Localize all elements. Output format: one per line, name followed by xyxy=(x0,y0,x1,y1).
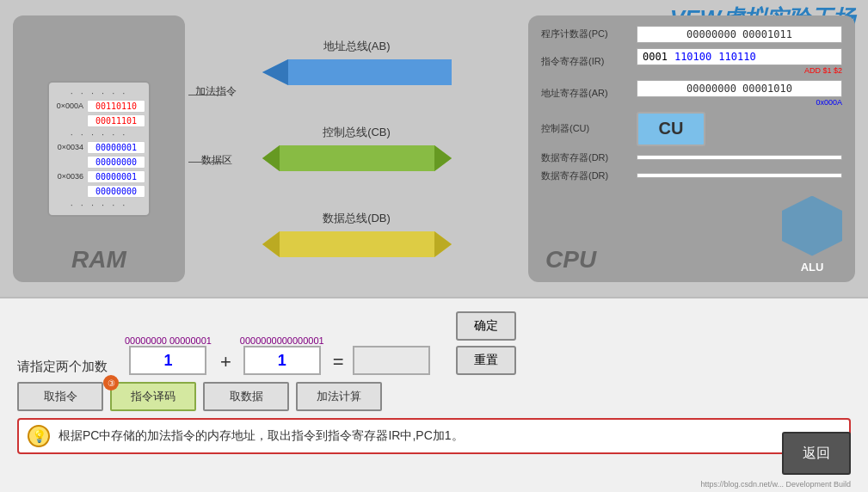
binary2-hint: 0000000000000001 xyxy=(240,335,324,346)
ram-row-000a: 0×000A 00110110 xyxy=(52,100,145,113)
ram-chip: · · · · · · 0×000A 00110110 00011101 · ·… xyxy=(47,81,151,217)
reset-button[interactable]: 重置 xyxy=(456,346,516,375)
status-text: 根据PC中存储的加法指令的内存地址，取出指令到指令寄存器IR中,PC加1。 xyxy=(58,428,464,444)
ir-name: 指令寄存器(IR) xyxy=(541,55,631,68)
cu-row: 控制器(CU) CU xyxy=(541,112,842,146)
dr2-value xyxy=(637,173,842,178)
ram-row-0036: 0×0036 00000001 xyxy=(52,170,145,183)
pc-name: 程序计数器(PC) xyxy=(541,28,631,40)
svg-marker-7 xyxy=(434,231,452,257)
ir-part1: 0001 xyxy=(643,51,668,63)
input2-field[interactable] xyxy=(243,346,321,375)
ir-wrapper: 0001 110100 110110 ADD $1 $2 xyxy=(637,48,842,75)
dr2-name: 数据寄存器(DR) xyxy=(541,169,631,182)
dr2-row: 数据寄存器(DR) xyxy=(541,169,842,182)
ar-row: 地址寄存器(AR) 00000000 00001010 0x000A xyxy=(541,80,842,107)
top-section: VEW虚拟实验工场 Virtual Electronic Workshop · … xyxy=(0,0,868,297)
confirm-reset-buttons: 确定 重置 xyxy=(456,311,516,375)
ir-part2: 110100 xyxy=(674,51,711,63)
ram-data-row3b: 00000000 xyxy=(87,185,145,198)
ar-wrapper: 00000000 00001010 0x000A xyxy=(637,80,842,107)
bus-area: 地址总线(AB) 控制总线(CB) 数据总线(DB) xyxy=(194,20,520,278)
alu-label: ALU xyxy=(782,261,842,274)
svg-marker-6 xyxy=(262,231,280,257)
svg-marker-0 xyxy=(262,59,452,85)
ab-arrow xyxy=(262,58,452,87)
pc-value: 00000000 00001011 xyxy=(637,26,842,43)
svg-marker-4 xyxy=(434,145,452,171)
ar-addr-hint: 0x000A xyxy=(637,98,842,107)
ram-row-0034: 0×0034 00000001 xyxy=(52,141,145,154)
input-label: 请指定两个加数 xyxy=(17,359,108,375)
ram-addr-0034: 0×0034 xyxy=(52,143,83,151)
ir-add-hint: ADD $1 $2 xyxy=(637,66,842,75)
step-buttons: 取指令 指令译码 ③ 取数据 加法计算 xyxy=(17,382,851,411)
svg-marker-5 xyxy=(262,231,452,257)
dr1-name: 数据寄存器(DR) xyxy=(541,151,631,164)
db-arrow xyxy=(262,230,452,259)
step-decode-btn[interactable]: 指令译码 xyxy=(110,382,196,411)
cu-name: 控制器(CU) xyxy=(541,122,631,135)
ram-label: RAM xyxy=(71,246,126,274)
input1-field[interactable] xyxy=(129,346,206,375)
alu-container: ALU xyxy=(782,196,842,256)
cpu-label: CPU xyxy=(545,246,596,274)
plus-operator: + xyxy=(220,351,231,375)
svg-marker-2 xyxy=(262,145,452,171)
binary1-hint: 00000000 00000001 xyxy=(125,335,212,346)
alu-shape xyxy=(782,196,842,256)
ram-data-row2b: 00000000 xyxy=(87,156,145,169)
input2-wrapper: 0000000000000001 xyxy=(240,335,324,375)
ram-box: · · · · · · 0×000A 00110110 00011101 · ·… xyxy=(13,15,185,282)
ram-data-row2a: 00000001 xyxy=(87,141,145,154)
input1-wrapper: 00000000 00000001 xyxy=(125,335,212,375)
svg-marker-1 xyxy=(262,59,288,85)
cu-label: CU xyxy=(659,119,684,138)
bus-ab: 地址总线(AB) xyxy=(194,39,520,87)
ram-row-0036-b: 00000000 xyxy=(52,185,145,198)
ir-value-box: 0001 110100 110110 xyxy=(637,48,842,65)
cb-label: 控制总线(CB) xyxy=(323,125,391,140)
cb-arrow xyxy=(262,144,452,173)
bus-cb: 控制总线(CB) xyxy=(194,125,520,173)
ram-dots-top: · · · · · · xyxy=(52,88,145,98)
pc-row: 程序计数器(PC) 00000000 00001011 xyxy=(541,26,842,43)
result-box xyxy=(353,346,430,375)
dev-watermark: https://blog.csdn.net/w... Development B… xyxy=(700,480,851,489)
svg-marker-3 xyxy=(262,145,280,171)
step-badge: ③ xyxy=(103,375,119,391)
cpu-box: 程序计数器(PC) 00000000 00001011 指令寄存器(IR) 00… xyxy=(528,15,855,282)
ir-row: 指令寄存器(IR) 0001 110100 110110 ADD $1 $2 xyxy=(541,48,842,75)
bus-db: 数据总线(DB) xyxy=(194,211,520,259)
db-label: 数据总线(DB) xyxy=(323,211,391,226)
back-button[interactable]: 返回 xyxy=(782,432,851,475)
ab-label: 地址总线(AB) xyxy=(323,39,391,54)
ram-data-row3a: 00000001 xyxy=(87,170,145,183)
dr1-row: 数据寄存器(DR) xyxy=(541,151,842,164)
status-icon: 💡 xyxy=(28,425,50,447)
equals-sign: = xyxy=(333,351,344,375)
ram-dots-bot: · · · · · · xyxy=(52,200,145,210)
step-load-btn[interactable]: 取数据 xyxy=(203,382,289,411)
input-row: 请指定两个加数 00000000 00000001 + 000000000000… xyxy=(17,311,851,375)
confirm-button[interactable]: 确定 xyxy=(456,311,516,341)
ram-dots-mid: · · · · · · xyxy=(52,129,145,139)
ram-row-000a-b: 00011101 xyxy=(52,114,145,127)
step-fetch-btn[interactable]: 取指令 xyxy=(17,382,103,411)
ar-value: 00000000 00001010 xyxy=(637,80,842,97)
ram-data-row1b: 00011101 xyxy=(87,114,145,127)
ar-name: 地址寄存器(AR) xyxy=(541,87,631,100)
cu-box: CU xyxy=(637,112,705,146)
ir-part3: 110110 xyxy=(718,51,755,63)
ram-row-0034-b: 00000000 xyxy=(52,156,145,169)
back-btn-wrapper: 返回 xyxy=(782,432,851,475)
status-bar: 💡 根据PC中存储的加法指令的内存地址，取出指令到指令寄存器IR中,PC加1。 xyxy=(17,418,851,454)
dr1-value xyxy=(637,155,842,160)
ram-data-row1a: 00110110 xyxy=(87,100,145,113)
ram-addr-0036: 0×0036 xyxy=(52,172,83,181)
step-calc-btn[interactable]: 加法计算 xyxy=(296,382,382,411)
step-decode-wrapper: 指令译码 ③ xyxy=(110,382,196,411)
ram-addr-000a: 0×000A xyxy=(52,101,83,110)
bottom-section: 请指定两个加数 00000000 00000001 + 000000000000… xyxy=(0,297,868,492)
